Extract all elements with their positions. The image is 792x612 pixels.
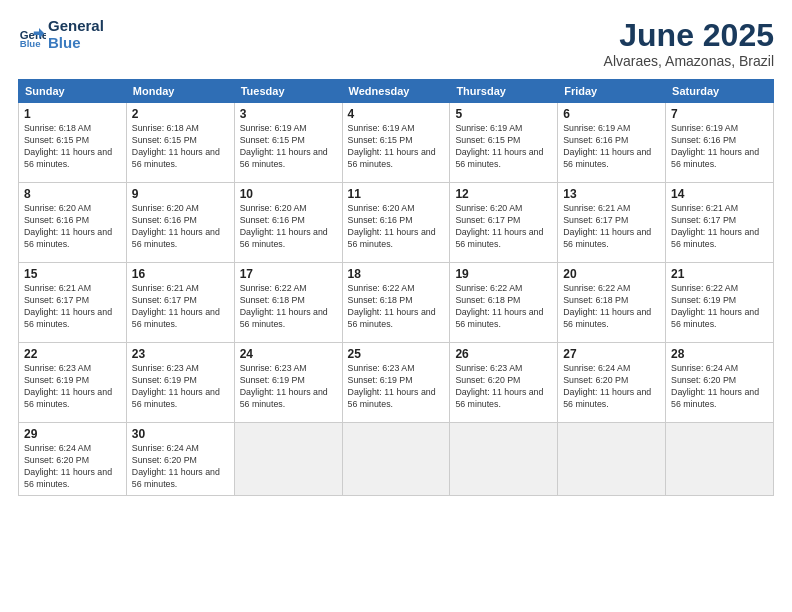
day-cell-5: 5Sunrise: 6:19 AM Sunset: 6:15 PM Daylig… (450, 103, 558, 183)
weekday-header-friday: Friday (558, 80, 666, 103)
calendar-table: SundayMondayTuesdayWednesdayThursdayFrid… (18, 79, 774, 496)
day-number: 16 (132, 267, 229, 281)
day-info: Sunrise: 6:19 AM Sunset: 6:15 PM Dayligh… (455, 123, 552, 171)
day-number: 8 (24, 187, 121, 201)
day-number: 1 (24, 107, 121, 121)
day-number: 15 (24, 267, 121, 281)
day-cell-26: 26Sunrise: 6:23 AM Sunset: 6:20 PM Dayli… (450, 343, 558, 423)
svg-text:Blue: Blue (20, 38, 41, 49)
day-number: 2 (132, 107, 229, 121)
day-number: 17 (240, 267, 337, 281)
day-info: Sunrise: 6:21 AM Sunset: 6:17 PM Dayligh… (132, 283, 229, 331)
day-cell-19: 19Sunrise: 6:22 AM Sunset: 6:18 PM Dayli… (450, 263, 558, 343)
day-number: 27 (563, 347, 660, 361)
day-info: Sunrise: 6:20 AM Sunset: 6:16 PM Dayligh… (240, 203, 337, 251)
day-info: Sunrise: 6:21 AM Sunset: 6:17 PM Dayligh… (563, 203, 660, 251)
day-number: 19 (455, 267, 552, 281)
day-number: 11 (348, 187, 445, 201)
weekday-header-thursday: Thursday (450, 80, 558, 103)
day-number: 30 (132, 427, 229, 441)
day-cell-10: 10Sunrise: 6:20 AM Sunset: 6:16 PM Dayli… (234, 183, 342, 263)
day-info: Sunrise: 6:21 AM Sunset: 6:17 PM Dayligh… (24, 283, 121, 331)
day-number: 20 (563, 267, 660, 281)
day-cell-13: 13Sunrise: 6:21 AM Sunset: 6:17 PM Dayli… (558, 183, 666, 263)
day-info: Sunrise: 6:19 AM Sunset: 6:15 PM Dayligh… (348, 123, 445, 171)
day-number: 25 (348, 347, 445, 361)
logo-general: General (48, 18, 104, 35)
empty-cell (666, 423, 774, 496)
logo-blue: Blue (48, 35, 104, 52)
week-row-4: 22Sunrise: 6:23 AM Sunset: 6:19 PM Dayli… (19, 343, 774, 423)
empty-cell (558, 423, 666, 496)
day-number: 26 (455, 347, 552, 361)
day-cell-11: 11Sunrise: 6:20 AM Sunset: 6:16 PM Dayli… (342, 183, 450, 263)
day-cell-30: 30Sunrise: 6:24 AM Sunset: 6:20 PM Dayli… (126, 423, 234, 496)
day-info: Sunrise: 6:22 AM Sunset: 6:18 PM Dayligh… (240, 283, 337, 331)
day-info: Sunrise: 6:20 AM Sunset: 6:16 PM Dayligh… (24, 203, 121, 251)
weekday-header-row: SundayMondayTuesdayWednesdayThursdayFrid… (19, 80, 774, 103)
weekday-header-monday: Monday (126, 80, 234, 103)
day-number: 24 (240, 347, 337, 361)
calendar-title: June 2025 (604, 18, 774, 53)
day-cell-2: 2Sunrise: 6:18 AM Sunset: 6:15 PM Daylig… (126, 103, 234, 183)
day-number: 13 (563, 187, 660, 201)
day-info: Sunrise: 6:24 AM Sunset: 6:20 PM Dayligh… (24, 443, 121, 491)
day-cell-16: 16Sunrise: 6:21 AM Sunset: 6:17 PM Dayli… (126, 263, 234, 343)
day-cell-14: 14Sunrise: 6:21 AM Sunset: 6:17 PM Dayli… (666, 183, 774, 263)
day-info: Sunrise: 6:19 AM Sunset: 6:16 PM Dayligh… (563, 123, 660, 171)
day-cell-22: 22Sunrise: 6:23 AM Sunset: 6:19 PM Dayli… (19, 343, 127, 423)
day-cell-18: 18Sunrise: 6:22 AM Sunset: 6:18 PM Dayli… (342, 263, 450, 343)
day-number: 22 (24, 347, 121, 361)
day-info: Sunrise: 6:22 AM Sunset: 6:18 PM Dayligh… (455, 283, 552, 331)
day-cell-17: 17Sunrise: 6:22 AM Sunset: 6:18 PM Dayli… (234, 263, 342, 343)
day-info: Sunrise: 6:23 AM Sunset: 6:19 PM Dayligh… (132, 363, 229, 411)
empty-cell (342, 423, 450, 496)
day-info: Sunrise: 6:23 AM Sunset: 6:19 PM Dayligh… (24, 363, 121, 411)
day-cell-28: 28Sunrise: 6:24 AM Sunset: 6:20 PM Dayli… (666, 343, 774, 423)
day-cell-9: 9Sunrise: 6:20 AM Sunset: 6:16 PM Daylig… (126, 183, 234, 263)
week-row-3: 15Sunrise: 6:21 AM Sunset: 6:17 PM Dayli… (19, 263, 774, 343)
day-info: Sunrise: 6:18 AM Sunset: 6:15 PM Dayligh… (24, 123, 121, 171)
day-cell-1: 1Sunrise: 6:18 AM Sunset: 6:15 PM Daylig… (19, 103, 127, 183)
empty-cell (234, 423, 342, 496)
empty-cell (450, 423, 558, 496)
day-number: 23 (132, 347, 229, 361)
day-number: 9 (132, 187, 229, 201)
calendar-subtitle: Alvaraes, Amazonas, Brazil (604, 53, 774, 69)
day-number: 21 (671, 267, 768, 281)
day-info: Sunrise: 6:24 AM Sunset: 6:20 PM Dayligh… (563, 363, 660, 411)
day-number: 4 (348, 107, 445, 121)
header: General Blue General Blue June 2025 Alva… (18, 18, 774, 69)
weekday-header-sunday: Sunday (19, 80, 127, 103)
day-cell-15: 15Sunrise: 6:21 AM Sunset: 6:17 PM Dayli… (19, 263, 127, 343)
day-info: Sunrise: 6:24 AM Sunset: 6:20 PM Dayligh… (132, 443, 229, 491)
weekday-header-saturday: Saturday (666, 80, 774, 103)
day-info: Sunrise: 6:23 AM Sunset: 6:19 PM Dayligh… (348, 363, 445, 411)
day-number: 6 (563, 107, 660, 121)
day-info: Sunrise: 6:21 AM Sunset: 6:17 PM Dayligh… (671, 203, 768, 251)
day-cell-24: 24Sunrise: 6:23 AM Sunset: 6:19 PM Dayli… (234, 343, 342, 423)
weekday-header-tuesday: Tuesday (234, 80, 342, 103)
day-info: Sunrise: 6:22 AM Sunset: 6:18 PM Dayligh… (563, 283, 660, 331)
day-number: 7 (671, 107, 768, 121)
day-info: Sunrise: 6:20 AM Sunset: 6:17 PM Dayligh… (455, 203, 552, 251)
day-cell-23: 23Sunrise: 6:23 AM Sunset: 6:19 PM Dayli… (126, 343, 234, 423)
week-row-1: 1Sunrise: 6:18 AM Sunset: 6:15 PM Daylig… (19, 103, 774, 183)
day-info: Sunrise: 6:19 AM Sunset: 6:15 PM Dayligh… (240, 123, 337, 171)
day-cell-27: 27Sunrise: 6:24 AM Sunset: 6:20 PM Dayli… (558, 343, 666, 423)
day-cell-8: 8Sunrise: 6:20 AM Sunset: 6:16 PM Daylig… (19, 183, 127, 263)
week-row-2: 8Sunrise: 6:20 AM Sunset: 6:16 PM Daylig… (19, 183, 774, 263)
weekday-header-wednesday: Wednesday (342, 80, 450, 103)
day-info: Sunrise: 6:20 AM Sunset: 6:16 PM Dayligh… (132, 203, 229, 251)
day-cell-3: 3Sunrise: 6:19 AM Sunset: 6:15 PM Daylig… (234, 103, 342, 183)
logo: General Blue General Blue (18, 18, 104, 51)
day-cell-4: 4Sunrise: 6:19 AM Sunset: 6:15 PM Daylig… (342, 103, 450, 183)
day-number: 14 (671, 187, 768, 201)
day-number: 5 (455, 107, 552, 121)
day-cell-25: 25Sunrise: 6:23 AM Sunset: 6:19 PM Dayli… (342, 343, 450, 423)
day-cell-29: 29Sunrise: 6:24 AM Sunset: 6:20 PM Dayli… (19, 423, 127, 496)
day-info: Sunrise: 6:19 AM Sunset: 6:16 PM Dayligh… (671, 123, 768, 171)
week-row-5: 29Sunrise: 6:24 AM Sunset: 6:20 PM Dayli… (19, 423, 774, 496)
page: General Blue General Blue June 2025 Alva… (0, 0, 792, 612)
day-number: 12 (455, 187, 552, 201)
